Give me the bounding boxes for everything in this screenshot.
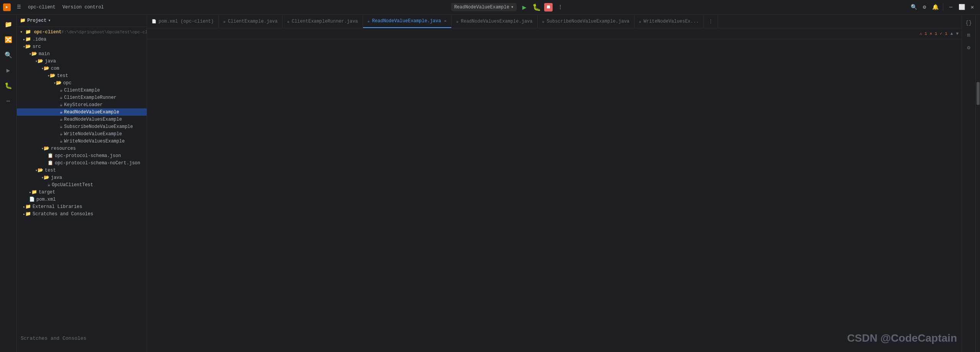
tree-item[interactable]: ☕OpcUaClientTest: [17, 181, 147, 188]
minimize-button[interactable]: ─: [946, 3, 955, 12]
title-bar-left: ▶ ☰ opc-client Version control: [3, 3, 107, 11]
tree-root[interactable]: ▾ 📁 opc-client F:\dev\Springboot\OpcUaTe…: [17, 28, 147, 36]
tabs-overflow[interactable]: ⋮: [704, 15, 718, 28]
gutter-icons: [165, 39, 175, 352]
tab-label: pom.xml (opc-client): [159, 19, 214, 24]
tab-icon: ☕: [639, 19, 641, 24]
project-title: Project: [27, 18, 46, 23]
editor-toolbar: ⚠ 1 ✕ 1 ✓ 1 ▲ ▼: [147, 28, 962, 39]
title-bar: ▶ ☰ opc-client Version control ReadNodeV…: [0, 0, 980, 15]
scroll-thumb[interactable]: [977, 82, 980, 105]
app-icon: ▶: [3, 3, 11, 11]
tree-item[interactable]: ▾ 📂test: [17, 72, 147, 79]
tree-item[interactable]: ☕ClientExampleRunner: [17, 94, 147, 101]
restore-button[interactable]: ⬜: [957, 3, 966, 12]
scratches-consoles-label[interactable]: Scratches and Consoles: [21, 336, 87, 341]
title-bar-center: ReadNodeValueExample ▾ ▶ 🐛 ■ ⋮: [107, 3, 909, 12]
line-numbers: [147, 39, 165, 352]
more-run-options[interactable]: ⋮: [556, 3, 565, 12]
tree-item[interactable]: ▾ 📂src: [17, 43, 147, 50]
sidebar-icon-commit[interactable]: 🔀: [2, 33, 15, 47]
tree-item[interactable]: ▾ 📂java: [17, 57, 147, 65]
menu-version-control[interactable]: Version control: [59, 3, 107, 11]
tree-item[interactable]: ☕WriteNodeValueExample: [17, 130, 147, 138]
tree-item[interactable]: ▾ 📂main: [17, 50, 147, 57]
code-editor[interactable]: [147, 39, 962, 352]
sidebar-icon-debug[interactable]: 🐛: [2, 79, 15, 93]
title-bar-right: 🔍 ⚙ 🔔 ─ ⬜ ✕: [909, 3, 977, 12]
tree-item[interactable]: ▸ 📁.idea: [17, 36, 147, 43]
chevron-down-icon: ▾: [511, 4, 514, 10]
tab-label: WriteNodeValuesEx...: [644, 19, 699, 24]
menu-hamburger[interactable]: ☰: [14, 3, 24, 11]
code-content[interactable]: [175, 39, 962, 352]
project-panel: 📁 Project ▾ ▾ 📁 opc-client F:\dev\Spring…: [17, 15, 147, 352]
tree-item[interactable]: ☕ReadNodeValueExample: [17, 108, 147, 116]
sidebar-icon-project[interactable]: 📁: [2, 18, 15, 31]
menu-app-name[interactable]: opc-client: [25, 3, 59, 11]
project-header: 📁 Project ▾: [17, 15, 147, 27]
tree-item[interactable]: ▸ 📁Scratches and Consoles: [17, 210, 147, 218]
stop-button[interactable]: ■: [544, 3, 553, 11]
sidebar-icon-more[interactable]: ⋯: [2, 94, 15, 108]
tree-item[interactable]: ▾ 📂opc: [17, 79, 147, 87]
tab-close[interactable]: ✕: [444, 18, 447, 23]
vertical-scrollbar[interactable]: [975, 15, 980, 352]
tab-pom[interactable]: 📄pom.xml (opc-client): [147, 15, 219, 28]
tree-item[interactable]: ▸ 📁target: [17, 188, 147, 196]
tab-label: ClientExampleRunner.java: [292, 19, 358, 24]
tab-icon: ☕: [456, 19, 458, 24]
tab-subscribe[interactable]: ☕SubscribeNodeValueExample.java: [538, 15, 635, 28]
tree-item[interactable]: ▾ 📂test: [17, 167, 147, 174]
tab-icon: 📄: [152, 19, 156, 24]
warning-badge: ⚠ 1 ✕ 1 ✓ 1: [919, 31, 947, 36]
tree-item[interactable]: ☕KeyStoreLoader: [17, 101, 147, 108]
tab-readnodes[interactable]: ☕ReadNodeValuesExample.java: [452, 15, 537, 28]
tabs-bar: 📄pom.xml (opc-client)☕ClientExample.java…: [147, 15, 962, 28]
tree-item[interactable]: ☕ClientExample: [17, 87, 147, 94]
tree-item[interactable]: ☕WriteNodeValuesExample: [17, 138, 147, 145]
tree-item[interactable]: ▾ 📂resources: [17, 145, 147, 152]
tree-item[interactable]: 📋opc-protocol-schema-noCert.json: [17, 159, 147, 167]
tree-item[interactable]: ▸ 📁External Libraries: [17, 203, 147, 210]
right-icon-curly[interactable]: {}: [964, 18, 974, 28]
sidebar-icon-find[interactable]: 🔍: [2, 48, 15, 62]
tab-label: ReadNodeValueExample.java: [372, 18, 441, 24]
tree-item[interactable]: ▾ 📂java: [17, 174, 147, 181]
run-config[interactable]: ReadNodeValueExample ▾: [451, 3, 517, 11]
close-button[interactable]: ✕: [968, 3, 977, 12]
toolbar-chevron-up[interactable]: ▲: [951, 31, 953, 36]
tree-item[interactable]: ☕ReadNodeValuesExample: [17, 116, 147, 123]
run-button[interactable]: ▶: [520, 3, 529, 12]
chevron-down-icon: ▾: [48, 18, 51, 23]
right-panel: {} m ⚙: [962, 15, 975, 352]
tree-item[interactable]: ▾ 📂com: [17, 65, 147, 72]
tree-item[interactable]: ☕SubscribeNodeValueExample: [17, 123, 147, 130]
tab-write[interactable]: ☕WriteNodeValuesEx...: [635, 15, 704, 28]
tab-icon: ☕: [368, 19, 370, 23]
tab-icon: ☕: [223, 19, 226, 24]
right-icon-structure[interactable]: m: [964, 30, 974, 41]
tree-item[interactable]: 📄pom.xml: [17, 196, 147, 203]
title-menu: ☰ opc-client Version control: [14, 3, 107, 11]
editor-area: 📄pom.xml (opc-client)☕ClientExample.java…: [147, 15, 962, 352]
notification-icon[interactable]: 🔔: [931, 3, 940, 12]
sidebar-icon-run[interactable]: ▶: [2, 64, 15, 77]
project-folder-icon: 📁: [20, 18, 26, 23]
tab-runner[interactable]: ☕ClientExampleRunner.java: [283, 15, 363, 28]
right-icon-database[interactable]: ⚙: [964, 42, 974, 53]
run-config-label: ReadNodeValueExample: [454, 5, 509, 10]
tab-client[interactable]: ☕ClientExample.java: [219, 15, 283, 28]
tab-label: ClientExample.java: [228, 19, 278, 24]
main-layout: 📁 🔀 🔍 ▶ 🐛 ⋯ 📁 Project ▾ ▾ 📁 opc-client F…: [0, 15, 980, 352]
project-tree: ▾ 📁 opc-client F:\dev\Springboot\OpcUaTe…: [17, 27, 147, 352]
search-everywhere-icon[interactable]: 🔍: [909, 3, 918, 12]
debug-button[interactable]: 🐛: [532, 3, 541, 12]
toolbar-chevron-down[interactable]: ▼: [956, 31, 959, 36]
tab-label: SubscribeNodeValueExample.java: [547, 19, 630, 24]
tab-readnode[interactable]: ☕ReadNodeValueExample.java✕: [363, 15, 452, 28]
tab-icon: ☕: [542, 19, 545, 24]
tree-item[interactable]: 📋opc-protocol-schema.json: [17, 152, 147, 159]
settings-icon[interactable]: ⚙: [920, 3, 929, 12]
tab-icon: ☕: [287, 19, 290, 24]
